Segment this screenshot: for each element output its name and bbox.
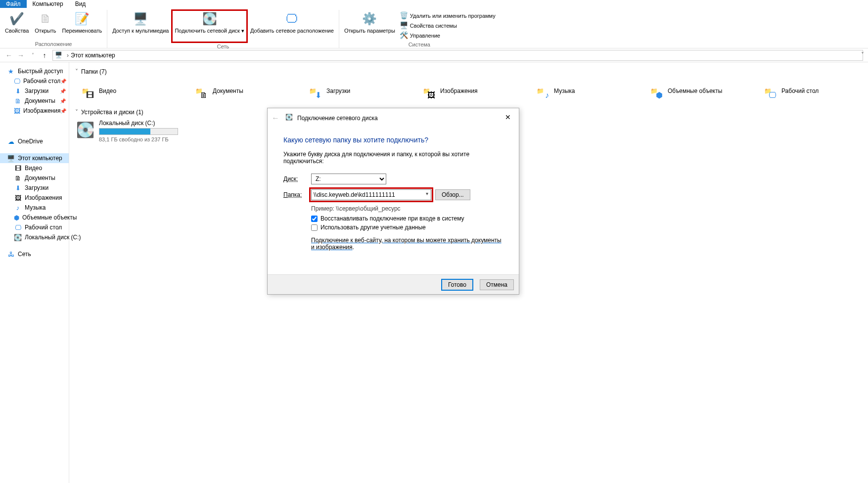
sidebar-network[interactable]: 🖧Сеть — [0, 249, 69, 259]
sidebar-quick-pictures[interactable]: 🖼Изображения📌 — [0, 106, 69, 116]
btn-properties[interactable]: ✔️ Свойства — [2, 10, 32, 40]
drive-letter-select[interactable]: Z: — [311, 174, 386, 184]
close-button[interactable]: ✕ — [500, 111, 516, 123]
sidebar-onedrive[interactable]: ☁OneDrive — [0, 136, 69, 146]
btn-media-access[interactable]: 🖥️ Доступ к мультимедиа — [109, 10, 172, 43]
section-folders[interactable]: ˅Папки (7) — [75, 68, 862, 75]
btn-media-label: Доступ к мультимедиа — [112, 28, 169, 34]
reconnect-label: Восстанавливать подключение при входе в … — [320, 215, 464, 222]
breadcrumb[interactable]: 🖥️ › Этот компьютер — [52, 50, 863, 61]
sidebar-pc-3dobjects[interactable]: ⬢Объемные объекты — [0, 213, 69, 222]
sidebar-pc-videos[interactable]: 🎞Видео — [0, 163, 69, 173]
crumb-sep-icon: › — [67, 52, 69, 59]
btn-add-network-location[interactable]: 🖵 Добавить сетевое расположение — [247, 10, 337, 43]
pictures-icon: 🖼 — [14, 194, 22, 202]
manage-icon: 🛠️ — [400, 32, 408, 40]
dialog-header: ← 💽 Подключение сетевого диска ✕ — [268, 108, 519, 128]
btn-open[interactable]: 🗎 Открыть — [32, 10, 59, 40]
btn-properties-label: Свойства — [5, 28, 29, 34]
pin-icon: 📌 — [60, 108, 66, 114]
folder-pictures[interactable]: 📁🖼Изображения — [416, 79, 510, 103]
onedrive-icon: ☁ — [7, 137, 15, 145]
uninstall-icon: 🗑️ — [400, 12, 408, 20]
picture-icon: 🖼 — [427, 91, 435, 100]
settings-icon: ⚙️ — [362, 11, 377, 27]
drive-letter-label: Диск: — [283, 176, 311, 182]
connect-website-link[interactable]: Подключение к веб-сайту, на котором вы м… — [311, 237, 502, 251]
ribbon-group-system: ⚙️ Открыть параметры 🗑️Удалить или измен… — [339, 10, 500, 48]
dialog-heading: Какую сетевую папку вы хотите подключить… — [283, 136, 503, 144]
dialog-title: Подключение сетевого диска — [297, 115, 378, 122]
dialog-back-icon[interactable]: ← — [272, 114, 282, 123]
folder-path-input[interactable] — [311, 189, 431, 200]
sidebar-pc-music[interactable]: ♪Музыка — [0, 203, 69, 213]
group-label-system: Система — [409, 41, 430, 48]
folder-3dobjects[interactable]: 📁⬢Объемные объекты — [644, 79, 738, 103]
btn-rename[interactable]: 📝 Переименовать — [59, 10, 105, 40]
folder-documents[interactable]: 📁🗎Документы — [189, 79, 283, 103]
sidebar-quick-desktop[interactable]: 🖵Рабочий стол📌 — [0, 76, 69, 86]
sidebar-quick-access[interactable]: ★Быстрый доступ — [0, 66, 69, 76]
sidebar-pc-localdisk[interactable]: 💽Локальный диск (C:) — [0, 232, 69, 242]
open-icon: 🗎 — [38, 11, 53, 27]
nav-up[interactable]: ↑ — [39, 51, 50, 59]
sidebar-quick-downloads[interactable]: ⬇Загрузки📌 — [0, 86, 69, 96]
ribbon-group-network: 🖥️ Доступ к мультимедиа 💽 Подключить сет… — [107, 10, 339, 48]
folder-downloads[interactable]: 📁⬇Загрузки — [303, 79, 397, 103]
btn-map-network-drive[interactable]: 💽 Подключить сетевой диск ▾ — [172, 10, 247, 43]
ribbon-collapse-icon[interactable]: ˅ — [861, 51, 864, 58]
menu-file[interactable]: Файл — [0, 0, 27, 8]
folder-combo-wrap — [311, 189, 431, 200]
btn-open-settings[interactable]: ⚙️ Открыть параметры — [341, 10, 398, 41]
network-icon: 🖧 — [7, 250, 15, 258]
downloads-icon: ⬇ — [14, 184, 22, 192]
sidebar-pc-pictures[interactable]: 🖼Изображения — [0, 193, 69, 203]
reconnect-checkbox[interactable] — [311, 216, 318, 222]
dialog-instruction: Укажите букву диска для подключения и па… — [283, 151, 503, 165]
pin-icon: 📌 — [60, 98, 66, 104]
drive-local-c[interactable]: 💽 Локальный диск (C:) 83,1 ГБ свободно и… — [75, 120, 214, 142]
folder-desktop[interactable]: 📁🖵Рабочий стол — [758, 79, 852, 103]
sysprops-icon: 🖥️ — [400, 22, 408, 30]
crumb-root[interactable]: Этот компьютер — [71, 52, 115, 59]
btn-system-props[interactable]: 🖥️Свойства системы — [398, 21, 498, 31]
dialog-footer: Готово Отмена — [268, 274, 519, 294]
map-network-drive-dialog: ← 💽 Подключение сетевого диска ✕ Какую с… — [267, 108, 519, 295]
cancel-button[interactable]: Отмена — [480, 279, 514, 290]
folder-videos[interactable]: 📁🎞Видео — [75, 79, 169, 103]
menu-view[interactable]: Вид — [69, 0, 92, 8]
pc-icon: 🖥️ — [7, 154, 15, 162]
btn-settings-label: Открыть параметры — [344, 28, 395, 34]
nav-back[interactable]: ← — [3, 51, 15, 59]
btn-uninstall[interactable]: 🗑️Удалить или изменить программу — [398, 11, 498, 21]
sidebar-pc-downloads[interactable]: ⬇Загрузки — [0, 183, 69, 193]
sidebar-quick-documents[interactable]: 🗎Документы📌 — [0, 96, 69, 106]
drive-space-bar — [99, 128, 178, 135]
finish-button[interactable]: Готово — [442, 279, 473, 290]
network-location-icon: 🖵 — [284, 11, 300, 27]
drive-label: Локальный диск (C:) — [99, 120, 178, 127]
music-icon: ♪ — [545, 91, 549, 100]
browse-button[interactable]: Обзор... — [435, 189, 470, 200]
sidebar-this-pc[interactable]: 🖥️Этот компьютер — [0, 153, 69, 163]
nav-recent[interactable]: ˅ — [27, 52, 39, 58]
pin-icon: 📌 — [60, 79, 66, 84]
ribbon-group-location: ✔️ Свойства 🗎 Открыть 📝 Переименовать Ра… — [0, 10, 107, 48]
pictures-icon: 🖼 — [14, 107, 20, 115]
sidebar-pc-desktop[interactable]: 🖵Рабочий стол — [0, 222, 69, 232]
btn-manage[interactable]: 🛠️Управление — [398, 31, 498, 41]
folders-grid: 📁🎞Видео 📁🗎Документы 📁⬇Загрузки 📁🖼Изображ… — [75, 79, 862, 103]
btn-open-label: Открыть — [35, 28, 56, 34]
dialog-body: Какую сетевую папку вы хотите подключить… — [268, 128, 519, 255]
folder-music[interactable]: 📁♪Музыка — [530, 79, 624, 103]
sidebar-pc-documents[interactable]: 🗎Документы — [0, 173, 69, 183]
rename-icon: 📝 — [74, 11, 90, 27]
menu-computer[interactable]: Компьютер — [27, 0, 69, 8]
desktop-icon: 🖵 — [769, 91, 777, 100]
folder-icon: 📁 — [537, 88, 544, 94]
chevron-down-icon: ˅ — [75, 109, 78, 116]
nav-forward[interactable]: → — [15, 51, 27, 59]
other-credentials-checkbox[interactable] — [311, 224, 318, 231]
btn-add-location-label: Добавить сетевое расположение — [250, 28, 334, 34]
documents-icon: 🗎 — [14, 97, 22, 105]
